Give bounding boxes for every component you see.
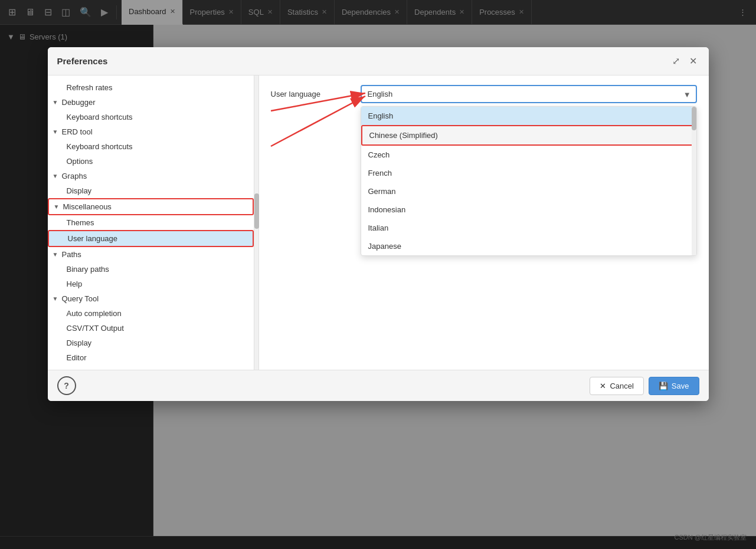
tree-item-miscellaneous-label: Miscellaneous <box>63 202 112 211</box>
help-icon: ? <box>64 381 69 390</box>
tree-item-paths-label: Paths <box>62 250 81 259</box>
tree-item-erd-label: ERD tool <box>62 127 93 136</box>
dialog-header-buttons: ⤢ ✕ <box>670 54 699 68</box>
tree-item-graphs-label: Graphs <box>62 172 87 180</box>
tree-scrollbar-thumb <box>254 193 259 229</box>
cancel-button[interactable]: ✕ Cancel <box>590 377 643 395</box>
tree-item-erd[interactable]: ▼ ERD tool <box>48 124 254 139</box>
dropdown-list: English Chinese (Simplified) Czech Frenc… <box>361 106 697 256</box>
tree-item-query-tool[interactable]: ▼ Query Tool <box>48 291 254 306</box>
tree-item-help-label: Help <box>67 280 83 288</box>
tree-panel: Refresh rates ▼ Debugger Keyboard shortc… <box>48 75 254 370</box>
tree-item-refresh-rates[interactable]: Refresh rates <box>48 80 254 95</box>
tree-item-editor[interactable]: Editor <box>48 350 254 365</box>
chevron-down-icon: ▼ <box>53 251 60 258</box>
dialog-header: Preferences ⤢ ✕ <box>48 47 709 75</box>
chevron-down-icon: ▼ <box>53 99 60 106</box>
chevron-down-icon: ▼ <box>53 129 60 135</box>
footer-actions: ✕ Cancel 💾 Save <box>590 377 699 395</box>
tree-item-auto-completion[interactable]: Auto completion <box>48 306 254 321</box>
cancel-label: Cancel <box>610 382 633 390</box>
dropdown-option-chinese[interactable]: Chinese (Simplified) <box>361 125 696 146</box>
tree-item-graphs-display[interactable]: Display <box>48 183 254 198</box>
dropdown-option-czech[interactable]: Czech <box>361 146 696 164</box>
chevron-down-icon: ▼ <box>54 203 61 210</box>
save-label: Save <box>672 382 689 390</box>
tree-item-erd-shortcuts[interactable]: Keyboard shortcuts <box>48 139 254 154</box>
tree-item-editor-label: Editor <box>67 353 87 362</box>
svg-line-2 <box>271 96 365 146</box>
preferences-dialog: Preferences ⤢ ✕ Refresh rates ▼ Debugger… <box>48 47 709 401</box>
user-language-select[interactable]: English <box>361 85 697 103</box>
tree-item-user-language[interactable]: User language <box>48 230 254 247</box>
tree-item-user-language-label: User language <box>68 234 118 243</box>
chevron-down-icon: ▼ <box>53 295 60 302</box>
tree-item-erd-options-label: Options <box>67 157 93 166</box>
dialog-title: Preferences <box>57 56 108 66</box>
tree-item-query-display-label: Display <box>67 338 92 347</box>
save-icon: 💾 <box>659 382 668 390</box>
tree-item-binary-paths-label: Binary paths <box>67 265 109 274</box>
tree-scrollbar[interactable] <box>254 75 259 370</box>
tree-item-help[interactable]: Help <box>48 277 254 291</box>
tree-item-refresh-rates-label: Refresh rates <box>67 83 113 92</box>
tree-item-auto-completion-label: Auto completion <box>67 309 122 318</box>
tree-item-debugger-shortcuts[interactable]: Keyboard shortcuts <box>48 110 254 124</box>
save-button[interactable]: 💾 Save <box>649 377 699 395</box>
close-button[interactable]: ✕ <box>687 54 699 68</box>
tree-item-themes[interactable]: Themes <box>48 215 254 230</box>
user-language-dropdown-wrapper: English ▼ English Chinese (Simplified) C… <box>361 85 697 103</box>
dropdown-option-french[interactable]: French <box>361 164 696 182</box>
tree-item-query-display[interactable]: Display <box>48 336 254 350</box>
maximize-button[interactable]: ⤢ <box>670 54 682 68</box>
cancel-x-icon: ✕ <box>600 382 606 390</box>
tree-item-query-tool-label: Query Tool <box>62 294 99 303</box>
dropdown-option-italian[interactable]: Italian <box>361 219 696 237</box>
tree-item-debugger[interactable]: ▼ Debugger <box>48 95 254 110</box>
tree-item-erd-shortcuts-label: Keyboard shortcuts <box>67 142 133 151</box>
tree-item-csv-txt-label: CSV/TXT Output <box>67 324 124 333</box>
chevron-down-icon: ▼ <box>53 173 60 179</box>
help-button[interactable]: ? <box>57 376 76 395</box>
dialog-footer: ? ✕ Cancel 💾 Save <box>48 370 709 401</box>
tree-item-csv-txt[interactable]: CSV/TXT Output <box>48 321 254 336</box>
tree-item-paths[interactable]: ▼ Paths <box>48 247 254 262</box>
dropdown-option-japanese[interactable]: Japanese <box>361 237 696 255</box>
tree-item-erd-options[interactable]: Options <box>48 154 254 169</box>
modal-overlay: Preferences ⤢ ✕ Refresh rates ▼ Debugger… <box>0 0 756 549</box>
dropdown-option-german[interactable]: German <box>361 182 696 200</box>
user-language-label: User language <box>271 90 354 98</box>
tree-item-graphs[interactable]: ▼ Graphs <box>48 169 254 183</box>
tree-item-debugger-shortcuts-label: Keyboard shortcuts <box>67 113 133 121</box>
tree-item-miscellaneous[interactable]: ▼ Miscellaneous <box>48 198 254 215</box>
dropdown-option-indonesian[interactable]: Indonesian <box>361 200 696 219</box>
dropdown-option-english[interactable]: English <box>361 107 696 125</box>
tree-item-debugger-label: Debugger <box>62 98 96 107</box>
tree-item-binary-paths[interactable]: Binary paths <box>48 262 254 277</box>
dialog-body: Refresh rates ▼ Debugger Keyboard shortc… <box>48 75 709 370</box>
dropdown-scrollbar[interactable] <box>692 107 696 255</box>
tree-item-graphs-display-label: Display <box>67 186 92 195</box>
content-panel: User language English ▼ English Chinese … <box>259 75 709 370</box>
tree-item-themes-label: Themes <box>67 218 94 227</box>
dropdown-scrollbar-thumb <box>692 107 696 130</box>
user-language-form-row: User language English ▼ English Chinese … <box>271 85 697 103</box>
